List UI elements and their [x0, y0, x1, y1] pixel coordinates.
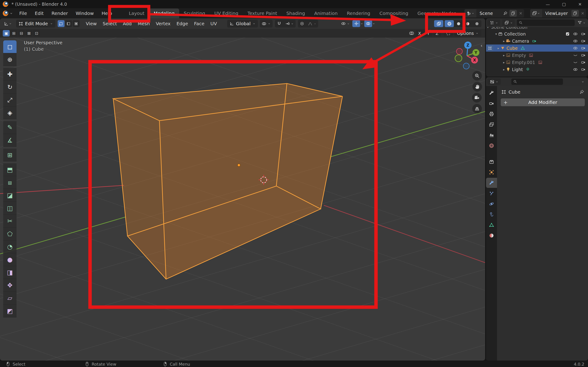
- camera-icon[interactable]: [581, 46, 586, 50]
- viewlayer-type-button[interactable]: [530, 9, 542, 17]
- unlink-scene-button[interactable]: [517, 9, 524, 17]
- menu-window[interactable]: Window: [72, 8, 98, 18]
- mode-selector[interactable]: Edit Mode: [16, 20, 55, 27]
- menu-render[interactable]: Render: [48, 8, 72, 18]
- eye-open-icon[interactable]: [573, 39, 578, 44]
- camera-icon[interactable]: [581, 67, 586, 72]
- properties-tab-world[interactable]: [486, 141, 497, 151]
- viewport-canvas[interactable]: Z Y X ◻⊕✚↻⤢◈✎∡⊞⬒⧈◪◫✂⬠◔●◨✥▱◩ User Perspec…: [0, 38, 485, 361]
- face-select-button[interactable]: [73, 20, 80, 27]
- minimize-button[interactable]: —: [540, 0, 556, 8]
- breadcrumb-object-name[interactable]: Cube: [509, 89, 520, 95]
- zoom-button[interactable]: [472, 71, 482, 81]
- tool-knife[interactable]: ✂: [3, 215, 17, 227]
- properties-tab-view-layer[interactable]: [486, 119, 497, 130]
- viewport-menu-add[interactable]: Add: [120, 21, 135, 26]
- outliner-row-empty-001[interactable]: ▸Empty.001: [486, 59, 588, 66]
- select-mode-extend[interactable]: ⊞: [10, 30, 17, 36]
- tab-modeling[interactable]: Modeling: [149, 8, 179, 18]
- remove-viewlayer-button[interactable]: [579, 9, 586, 17]
- outliner-search-input[interactable]: [517, 19, 575, 26]
- properties-tab-collection[interactable]: [486, 157, 497, 167]
- shading-rendered-button[interactable]: [472, 20, 481, 27]
- pan-button[interactable]: [473, 82, 482, 92]
- scene-name[interactable]: Scene: [476, 11, 502, 16]
- viewport-menu-select[interactable]: Select: [100, 21, 120, 26]
- tool-measure[interactable]: ∡: [3, 134, 17, 147]
- toggle-xray-button[interactable]: [434, 20, 443, 27]
- properties-options-dropdown[interactable]: [579, 78, 587, 85]
- outliner-filter-button[interactable]: [577, 19, 587, 26]
- properties-tab-particles[interactable]: [486, 188, 497, 198]
- show-overlays-toggle[interactable]: [364, 20, 372, 27]
- shading-wireframe-button[interactable]: [445, 20, 454, 27]
- camera-icon[interactable]: [581, 53, 586, 58]
- blender-menu-button[interactable]: [0, 8, 15, 18]
- mirror-y-toggle[interactable]: Y: [424, 30, 432, 36]
- object-visibility-dropdown[interactable]: [339, 20, 351, 27]
- snap-target-selector[interactable]: [283, 20, 296, 27]
- eye-closed-icon[interactable]: [573, 53, 578, 58]
- tool-spin[interactable]: ◔: [3, 240, 17, 253]
- camera-icon[interactable]: [581, 60, 586, 65]
- viewport-menu-view[interactable]: View: [83, 21, 100, 26]
- outliner-row-cube[interactable]: ▸Cube: [486, 44, 588, 52]
- properties-tab-object[interactable]: [486, 167, 497, 177]
- eye-closed-icon[interactable]: [573, 60, 578, 65]
- show-gizmo-toggle[interactable]: [352, 20, 360, 27]
- menu-edit[interactable]: Edit: [31, 8, 48, 18]
- outliner-row-collection[interactable]: ▾Collection: [486, 30, 588, 37]
- tool-extrude-region[interactable]: ⬒: [3, 163, 17, 176]
- tool-annotate[interactable]: ✎: [3, 121, 17, 134]
- outliner-row-empty[interactable]: ▸Empty: [486, 52, 588, 59]
- vertex-select-button[interactable]: [58, 20, 65, 27]
- viewport-menu-mesh[interactable]: Mesh: [135, 21, 153, 26]
- properties-tab-constraints[interactable]: [486, 209, 497, 219]
- properties-editor-type-button[interactable]: [487, 78, 501, 85]
- chevron-down-icon[interactable]: [372, 22, 375, 25]
- properties-tab-tool[interactable]: [486, 88, 497, 98]
- region-collapse-arrow[interactable]: ‹: [481, 43, 483, 48]
- outliner-display-mode-dropdown[interactable]: [487, 19, 500, 26]
- properties-tab-object-data[interactable]: [486, 220, 497, 230]
- select-mode-subtract[interactable]: ⊟: [18, 30, 25, 36]
- tab-animation[interactable]: Animation: [310, 8, 342, 18]
- properties-search-input[interactable]: [511, 78, 563, 85]
- tool-loop-cut[interactable]: ◫: [3, 202, 17, 215]
- tool-shrink-fatten[interactable]: ✥: [3, 279, 17, 292]
- tool-inset-faces[interactable]: ⧈: [3, 176, 17, 189]
- tab-texture-paint[interactable]: Texture Paint: [243, 8, 282, 18]
- properties-tab-output[interactable]: [486, 109, 497, 119]
- select-mode-intersect[interactable]: ⊡: [33, 30, 40, 36]
- edge-select-button[interactable]: [65, 20, 72, 27]
- snap-toggle-button[interactable]: [275, 20, 283, 27]
- tab-shading[interactable]: Shading: [282, 8, 310, 18]
- add-modifier-button[interactable]: + Add Modifier: [501, 98, 585, 106]
- tool-edge-slide[interactable]: ◨: [3, 266, 17, 279]
- eye-open-icon[interactable]: [573, 67, 578, 72]
- perspective-toggle-button[interactable]: [472, 104, 482, 114]
- tool-rotate[interactable]: ↻: [3, 81, 17, 94]
- eye-open-icon[interactable]: [573, 46, 578, 51]
- tool-shear[interactable]: ▱: [3, 292, 17, 305]
- viewport-menu-face[interactable]: Face: [191, 21, 208, 26]
- disclosure-triangle[interactable]: ▸: [497, 46, 500, 50]
- select-mode-invert[interactable]: ⊠: [26, 30, 32, 36]
- proportional-editing-toggle[interactable]: [298, 20, 306, 27]
- restore-button[interactable]: ▢: [556, 0, 572, 8]
- eye-open-icon[interactable]: [573, 31, 578, 36]
- shading-material-button[interactable]: [463, 20, 472, 27]
- transform-orientation-selector[interactable]: Global: [227, 20, 258, 27]
- properties-tab-render[interactable]: [486, 98, 497, 108]
- properties-tab-material[interactable]: [486, 231, 497, 241]
- tool-poly-build[interactable]: ⬠: [3, 227, 17, 240]
- select-mode-new[interactable]: ▣: [3, 30, 10, 36]
- proportional-falloff-selector[interactable]: [306, 20, 318, 27]
- chevron-down-icon[interactable]: [360, 22, 363, 25]
- viewport-menu-vertex[interactable]: Vertex: [153, 21, 173, 26]
- pin-icon[interactable]: [579, 90, 584, 94]
- tab-compositing[interactable]: Compositing: [375, 8, 413, 18]
- viewport-menu-uv[interactable]: UV: [208, 21, 220, 26]
- tab-uv-editing[interactable]: UV Editing: [210, 8, 243, 18]
- tool-smooth[interactable]: ●: [3, 253, 17, 266]
